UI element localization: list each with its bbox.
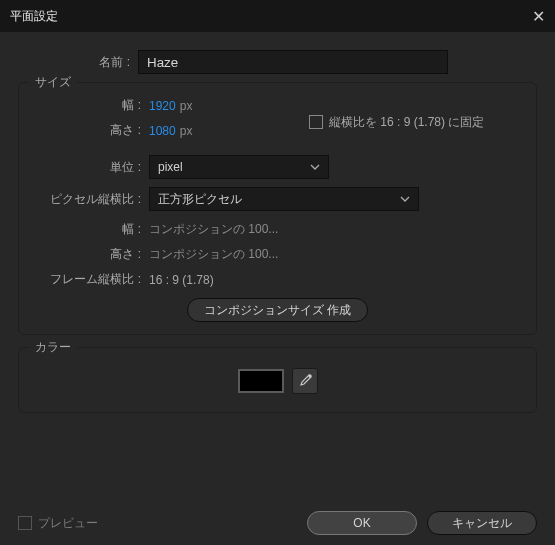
color-legend: カラー	[29, 339, 77, 356]
frame-ar-label: フレーム縦横比 :	[29, 271, 149, 288]
height-label: 高さ :	[29, 122, 149, 139]
name-label: 名前 :	[18, 54, 138, 71]
close-icon[interactable]: ✕	[532, 7, 545, 26]
color-fieldset: カラー	[18, 347, 537, 413]
size-fieldset: サイズ 幅 : 1920 px 高さ : 1080 px 縦横比を 16 : 9…	[18, 82, 537, 335]
svg-rect-0	[308, 375, 311, 378]
lock-aspect-label: 縦横比を 16 : 9 (1.78) に固定	[329, 114, 484, 131]
pixel-ar-select[interactable]: 正方形ピクセル	[149, 187, 419, 211]
chevron-down-icon	[400, 196, 410, 202]
preview-label: プレビュー	[38, 515, 98, 532]
hint-width-value: コンポジションの 100...	[149, 221, 278, 238]
height-input[interactable]: 1080	[149, 124, 176, 138]
frame-ar-value: 16 : 9 (1.78)	[149, 273, 214, 287]
chevron-down-icon	[310, 164, 320, 170]
units-label: 単位 :	[29, 159, 149, 176]
dialog-title: 平面設定	[10, 8, 58, 25]
preview-checkbox[interactable]	[18, 516, 32, 530]
ok-button[interactable]: OK	[307, 511, 417, 535]
hint-width-label: 幅 :	[29, 221, 149, 238]
eyedropper-button[interactable]	[292, 368, 318, 394]
size-legend: サイズ	[29, 74, 77, 91]
make-comp-size-button[interactable]: コンポジションサイズ 作成	[187, 298, 368, 322]
hint-height-label: 高さ :	[29, 246, 149, 263]
titlebar: 平面設定 ✕	[0, 0, 555, 32]
units-value: pixel	[158, 160, 183, 174]
width-label: 幅 :	[29, 97, 149, 114]
footer: プレビュー OK キャンセル	[0, 511, 555, 535]
name-input[interactable]	[138, 50, 448, 74]
color-swatch[interactable]	[238, 369, 284, 393]
width-input[interactable]: 1920	[149, 99, 176, 113]
lock-aspect-checkbox[interactable]	[309, 115, 323, 129]
pixel-ar-value: 正方形ピクセル	[158, 191, 242, 208]
eyedropper-icon	[298, 374, 312, 388]
units-select[interactable]: pixel	[149, 155, 329, 179]
hint-height-value: コンポジションの 100...	[149, 246, 278, 263]
pixel-ar-label: ピクセル縦横比 :	[29, 191, 149, 208]
cancel-button[interactable]: キャンセル	[427, 511, 537, 535]
dialog-body: 名前 : サイズ 幅 : 1920 px 高さ : 1080 px 縦横比を 1…	[0, 32, 555, 433]
width-unit: px	[180, 99, 193, 113]
height-unit: px	[180, 124, 193, 138]
